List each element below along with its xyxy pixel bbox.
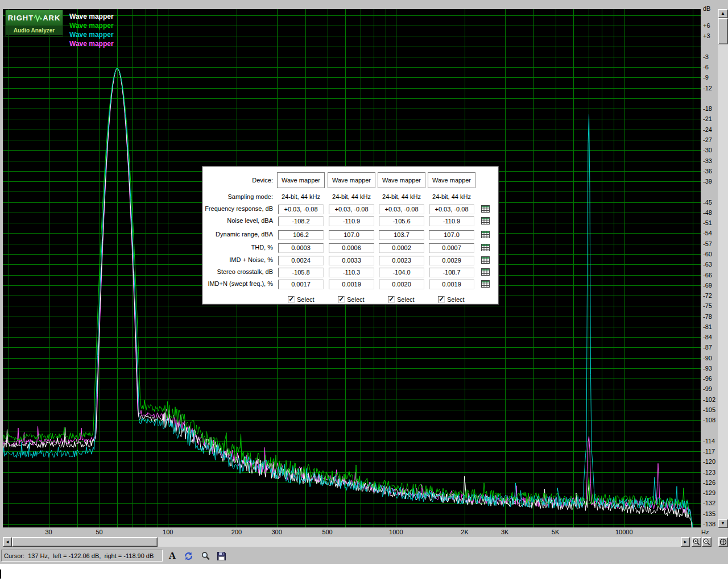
frequency-response-row: Frequency response, dB +0.03, -0.08 +0.0… bbox=[202, 205, 498, 214]
details-grid-icon[interactable] bbox=[481, 231, 490, 239]
row-label: THD, % bbox=[202, 243, 273, 251]
save-image-button[interactable] bbox=[215, 550, 228, 562]
logo-text-right: RIGHT bbox=[8, 14, 34, 22]
legend: Wave mapper Wave mapper Wave mapper Wave… bbox=[69, 12, 114, 48]
logo-subtitle: Audio Analyzer bbox=[6, 26, 63, 35]
y-tick-label: -135 bbox=[703, 510, 715, 517]
device-name-box[interactable]: Wave mapper bbox=[328, 172, 375, 188]
zoom-reset-button[interactable] bbox=[718, 537, 728, 547]
device-name-box[interactable]: Wave mapper bbox=[378, 172, 425, 188]
legend-item: Wave mapper bbox=[69, 30, 114, 39]
result-value[interactable]: -110.9 bbox=[429, 217, 474, 226]
zoom-dialog-button[interactable] bbox=[199, 550, 212, 562]
result-value[interactable]: 107.0 bbox=[329, 230, 374, 240]
result-value[interactable]: -105.6 bbox=[379, 217, 424, 226]
bottom-whitespace bbox=[0, 564, 728, 582]
refresh-icon bbox=[184, 551, 193, 561]
x-tick-label: 10000 bbox=[613, 529, 635, 535]
arrow-left-icon: ◄ bbox=[5, 540, 10, 544]
result-value[interactable]: -108.2 bbox=[278, 217, 324, 226]
result-value[interactable]: -104.0 bbox=[379, 268, 424, 277]
y-tick-label: -48 bbox=[703, 209, 712, 216]
horizontal-scrollbar-thumb[interactable] bbox=[12, 537, 158, 547]
thd-row: THD, % 0.0003 0.0006 0.0002 0.0007 bbox=[202, 243, 498, 253]
result-value[interactable]: 0.0023 bbox=[379, 256, 424, 265]
result-value[interactable]: +0.03, -0.08 bbox=[329, 205, 374, 214]
x-tick-label: 5K bbox=[544, 529, 567, 535]
select-label: Select bbox=[297, 296, 315, 303]
select-checkbox[interactable] bbox=[388, 296, 395, 303]
scroll-right-button[interactable]: ► bbox=[681, 537, 690, 547]
arrow-right-icon: ► bbox=[683, 540, 688, 544]
result-value[interactable]: 0.0002 bbox=[379, 243, 424, 253]
legend-item: Wave mapper bbox=[69, 12, 114, 21]
legend-item: Wave mapper bbox=[69, 21, 114, 30]
x-axis: Hz 305010020030050010002K3K5K10000 bbox=[0, 527, 728, 537]
y-tick-label: -123 bbox=[703, 469, 715, 476]
result-value[interactable]: 106.2 bbox=[278, 230, 324, 240]
details-grid-icon[interactable] bbox=[481, 217, 490, 225]
result-value[interactable]: -105.8 bbox=[278, 268, 324, 277]
y-axis-unit: dB bbox=[703, 5, 710, 12]
result-value[interactable]: +0.03, -0.08 bbox=[429, 205, 474, 214]
scroll-left-button[interactable]: ◄ bbox=[3, 537, 12, 547]
font-button[interactable]: A bbox=[166, 550, 179, 562]
scroll-down-button[interactable]: ▼ bbox=[718, 519, 728, 528]
result-value[interactable]: 0.0019 bbox=[329, 280, 374, 289]
y-tick-label: -132 bbox=[703, 500, 715, 506]
result-value[interactable]: 0.0020 bbox=[379, 280, 424, 289]
zoom-in-button[interactable] bbox=[692, 537, 701, 547]
refresh-button[interactable] bbox=[182, 550, 195, 562]
y-tick-label: -36 bbox=[703, 168, 712, 174]
details-grid-icon[interactable] bbox=[481, 268, 490, 276]
result-value[interactable]: 0.0019 bbox=[429, 280, 474, 289]
horizontal-scrollbar[interactable]: ◄ ► bbox=[3, 537, 690, 547]
vertical-scrollbar-thumb[interactable] bbox=[718, 18, 728, 44]
noise-level-row: Noise level, dBA -108.2 -110.9 -105.6 -1… bbox=[202, 217, 498, 226]
result-value[interactable]: 0.0024 bbox=[278, 256, 324, 265]
x-tick-label: 500 bbox=[316, 529, 339, 535]
logo-text-ark: ARK bbox=[43, 14, 60, 22]
result-value[interactable]: -108.7 bbox=[429, 268, 474, 277]
dynamic-range-row: Dynamic range, dBA 106.2 107.0 103.7 107… bbox=[202, 230, 498, 240]
result-value[interactable]: 0.0006 bbox=[329, 243, 374, 253]
y-tick-label: -39 bbox=[703, 178, 712, 185]
details-grid-icon[interactable] bbox=[481, 205, 490, 213]
device-name-box[interactable]: Wave mapper bbox=[277, 172, 325, 188]
y-tick-label: -117 bbox=[703, 448, 715, 455]
x-tick-label: 100 bbox=[156, 529, 179, 535]
row-label: Dynamic range, dBA bbox=[202, 230, 273, 238]
y-tick-label: -57 bbox=[703, 240, 712, 247]
row-label: Frequency response, dB bbox=[202, 205, 273, 213]
result-value[interactable]: 0.0017 bbox=[278, 280, 324, 289]
result-value[interactable]: +0.03, -0.08 bbox=[278, 205, 324, 214]
device-name-box[interactable]: Wave mapper bbox=[428, 172, 475, 188]
result-value[interactable]: 107.0 bbox=[429, 230, 474, 240]
y-tick-label: -75 bbox=[703, 302, 712, 309]
imdn-swept-row: IMD+N (swept freq.), % 0.0017 0.0019 0.0… bbox=[202, 280, 498, 289]
y-tick-label: -114 bbox=[703, 438, 715, 444]
details-grid-icon[interactable] bbox=[481, 256, 490, 264]
scroll-up-button[interactable]: ▲ bbox=[718, 9, 728, 18]
y-tick-label: -9 bbox=[703, 74, 709, 81]
result-value[interactable]: 0.0007 bbox=[429, 243, 474, 253]
result-value[interactable]: 103.7 bbox=[379, 230, 424, 240]
select-checkbox[interactable] bbox=[338, 296, 345, 303]
details-grid-icon[interactable] bbox=[481, 280, 490, 288]
result-value[interactable]: 0.0029 bbox=[429, 256, 474, 265]
y-tick-label: -96 bbox=[703, 375, 712, 382]
y-axis: dB +6+3-3-6-9-12-18-21-24-27-30-33-36-39… bbox=[702, 0, 719, 540]
result-value[interactable]: +0.03, -0.08 bbox=[379, 205, 424, 214]
result-value[interactable]: 0.0003 bbox=[278, 243, 324, 253]
result-value[interactable]: -110.9 bbox=[329, 217, 374, 226]
select-checkbox[interactable] bbox=[288, 296, 295, 303]
vertical-scrollbar[interactable]: ▲ ▼ bbox=[718, 9, 728, 528]
details-grid-icon[interactable] bbox=[481, 244, 490, 252]
result-value[interactable]: -110.3 bbox=[329, 268, 374, 277]
zoom-out-button[interactable] bbox=[702, 537, 712, 547]
result-value[interactable]: 0.0033 bbox=[329, 256, 374, 265]
x-tick-label: 1000 bbox=[384, 529, 407, 535]
y-tick-label: -6 bbox=[703, 64, 709, 70]
y-tick-label: -18 bbox=[703, 105, 712, 112]
select-checkbox[interactable] bbox=[438, 296, 445, 303]
